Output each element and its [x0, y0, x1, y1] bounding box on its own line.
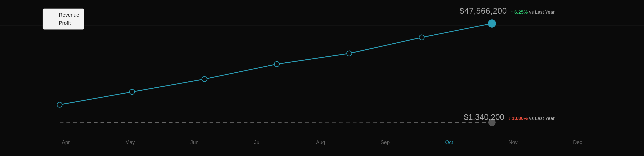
revenue-change: ↑ 6.25% vs Last Year: [511, 9, 554, 15]
x-label-nov: Nov: [508, 139, 518, 145]
chart-legend: Revenue Profit: [42, 9, 84, 30]
revenue-amount: $47,566,200: [460, 7, 507, 16]
svg-point-5: [130, 89, 134, 95]
profit-amount: $1,340,200: [464, 113, 504, 122]
profit-pct: 13.80%: [512, 116, 528, 121]
x-label-sep: Sep: [380, 139, 390, 145]
x-label-may: May: [125, 139, 135, 145]
svg-point-9: [419, 35, 424, 40]
x-axis: Apr May Jun Jul Aug Sep Oct Nov Dec: [0, 139, 644, 145]
legend-revenue-item: Revenue: [48, 12, 79, 18]
legend-profit-item: Profit: [48, 20, 79, 26]
revenue-label: Revenue: [59, 12, 79, 18]
x-label-dec: Dec: [573, 139, 582, 145]
profit-label: Profit: [59, 20, 71, 26]
svg-point-10: [488, 20, 496, 27]
profit-arrow: ↓: [508, 116, 510, 121]
svg-point-6: [202, 76, 207, 82]
revenue-line-icon: [48, 15, 56, 15]
x-label-oct: Oct: [445, 139, 453, 145]
chart-container: Revenue Profit $47,566,200 ↑ 6.25% vs La…: [0, 0, 644, 156]
revenue-arrow: ↑: [511, 9, 513, 15]
revenue-pct: 6.25%: [514, 9, 528, 15]
x-label-aug: Aug: [316, 139, 325, 145]
x-label-jun: Jun: [190, 139, 199, 145]
svg-point-8: [347, 51, 352, 56]
revenue-vs: vs Last Year: [529, 9, 554, 15]
profit-line-icon: [48, 23, 56, 23]
profit-vs: vs Last Year: [529, 116, 554, 121]
revenue-tooltip: $47,566,200 ↑ 6.25% vs Last Year: [460, 7, 554, 16]
x-label-apr: Apr: [62, 139, 70, 145]
x-label-jul: Jul: [254, 139, 261, 145]
svg-point-7: [274, 61, 280, 67]
svg-point-4: [57, 102, 62, 107]
chart-svg: [0, 0, 644, 156]
profit-change: ↓ 13.80% vs Last Year: [508, 116, 554, 121]
profit-tooltip: $1,340,200 ↓ 13.80% vs Last Year: [464, 113, 554, 122]
